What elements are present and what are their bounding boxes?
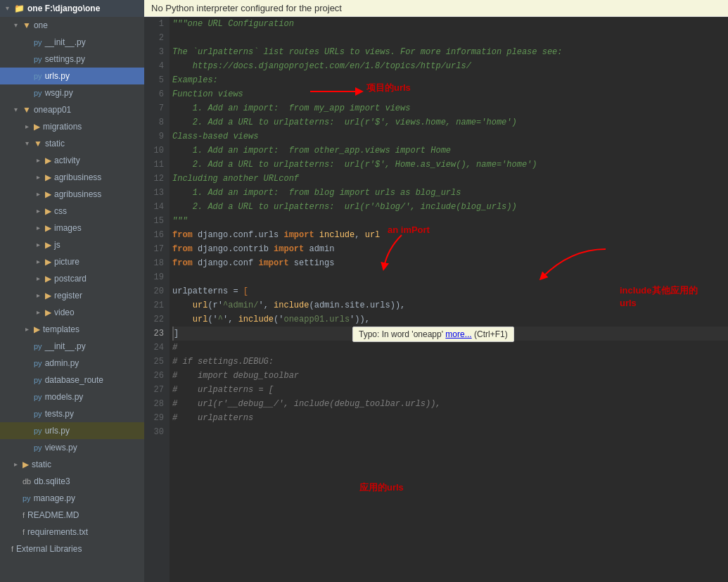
sidebar-item-static2[interactable]: ▶ static [0,456,144,473]
line-numbers: 1234567891011121314151617181920212223242… [144,17,170,582]
code-line-8: 2. Add a URL to urlpatterns: url(r'$', v… [172,115,728,129]
folder-icon: ▶ [45,187,51,201]
sidebar-label: js [54,238,60,252]
arrow-icon [37,187,45,201]
sidebar-item-oneapp01[interactable]: ▼ oneapp01 [0,101,144,118]
code-line-15: """ [172,214,728,228]
sidebar-item-settings_py[interactable]: pysettings.py [0,51,144,68]
sidebar-label: video [54,305,75,320]
line-num-23: 23 [150,327,164,341]
sidebar-item-urls_py_app[interactable]: pyurls.py [0,422,144,439]
sidebar-item-migrations[interactable]: ▶ migrations [0,118,144,135]
ext-icon: f [11,542,13,556]
code-line-14: 2. Add a URL to urlpatterns: url(r'^blog… [172,200,728,214]
sidebar-item-db_sqlite3[interactable]: dbdb.sqlite3 [0,473,144,490]
arrow-icon [37,221,45,235]
line-num-12: 12 [150,172,164,186]
sidebar-label: database_route [45,373,103,387]
sidebar-label: wsgi.py [45,86,73,100]
line-num-26: 26 [150,369,164,383]
sidebar-item-postcard[interactable]: ▶ postcard [0,270,144,287]
code-line-7: 1. Add an import: from my_app import vie… [172,101,728,115]
sidebar-item-templates[interactable]: ▶ templates [0,321,144,338]
line-num-15: 15 [150,214,164,228]
line-num-3: 3 [150,45,164,59]
sidebar-label: README.MD [27,508,79,522]
root-label: one F:\django\one [27,1,100,15]
sidebar-item-ext_lib[interactable]: fExternal Libraries [0,540,144,557]
code-line-11: 2. Add a URL to urlpatterns: url(r'$', H… [172,158,728,172]
py-icon: py [34,373,42,387]
sidebar-item-tests_py[interactable]: pytests.py [0,405,144,422]
sidebar-label: static [32,457,51,472]
sidebar-item-static[interactable]: ▼ static [0,135,144,152]
code-line-16: from django.conf.urls import include, ur… [172,228,728,242]
sidebar-item-manage_py[interactable]: pymanage.py [0,490,144,507]
folder-icon: ▶ [45,289,51,303]
py-icon: py [34,407,42,421]
line-num-14: 14 [150,200,164,214]
arrow-icon [37,238,45,252]
sidebar-item-wsgi_py[interactable]: pywsgi.py [0,84,144,101]
code-line-27: # urlpatterns = [ [172,383,728,397]
sidebar-item-register[interactable]: ▶ register [0,287,144,304]
sidebar-item-picture[interactable]: ▶ picture [0,253,144,270]
typo-more-link[interactable]: more... [445,329,471,339]
code-editor[interactable]: 1234567891011121314151617181920212223242… [144,17,728,582]
sidebar-item-admin_py[interactable]: pyadmin.py [0,355,144,372]
sidebar-item-agribusiness2[interactable]: ▶ agribusiness [0,186,144,203]
root-arrow [6,1,14,15]
sidebar-item-css[interactable]: ▶ css [0,203,144,220]
line-num-9: 9 [150,129,164,144]
arrow-icon [25,120,34,134]
sidebar-item-requirements_txt[interactable]: frequirements.txt [0,524,144,540]
sidebar-item-views_py[interactable]: pyviews.py [0,439,144,456]
code-lines: """one URL ConfigurationThe `urlpatterns… [172,17,728,439]
sidebar-item-images[interactable]: ▶ images [0,220,144,236]
arrow-icon [14,103,23,117]
sidebar-label: views.py [45,441,77,455]
line-num-6: 6 [150,87,164,101]
sidebar-label: urls.py [45,69,70,83]
file-tree[interactable]: 📁 one F:\django\one ▼ onepy__init__.pypy… [0,0,144,582]
sidebar-item-js[interactable]: ▶ js [0,236,144,253]
py-icon: py [23,491,31,505]
sidebar-item-urls_py_top[interactable]: pyurls.py [0,68,144,84]
line-num-17: 17 [150,242,164,256]
sidebar-label: settings.py [45,52,85,66]
line-num-22: 22 [150,312,164,327]
sidebar-item-readme_md[interactable]: fREADME.MD [0,507,144,524]
sidebar-item-init_py2[interactable]: py__init__.py [0,338,144,355]
sidebar-item-video[interactable]: ▶ video [0,304,144,321]
annot-app-urls: 应用的urls [359,481,404,494]
warning-text: No Python interpreter configured for the… [151,3,342,13]
sidebar-label: tests.py [45,407,74,421]
folder-icon: ▶ [34,322,40,336]
root-folder[interactable]: 📁 one F:\django\one [0,0,144,17]
code-line-29: # urlpatterns [172,411,728,425]
sidebar-item-one[interactable]: ▼ one [0,17,144,34]
folder-icon: ▶ [23,457,29,472]
sidebar-item-init_py[interactable]: py__init__.py [0,34,144,51]
sidebar-label: __init__.py [45,35,86,49]
sidebar-label: agribusiness [54,170,101,184]
sidebar-label: External Libraries [16,542,82,556]
line-num-2: 2 [150,31,164,45]
sidebar-item-agribusiness1[interactable]: ▶ agribusiness [0,169,144,186]
arrow-project-urls [310,84,366,101]
line-num-18: 18 [150,256,164,270]
line-num-30: 30 [150,425,164,439]
sidebar-label: admin.py [45,356,79,370]
sidebar-item-database_route[interactable]: pydatabase_route [0,372,144,388]
typo-tooltip[interactable]: Typo: In word 'oneapp' more... (Ctrl+F1) [352,327,514,342]
sidebar-label: manage.py [34,491,75,505]
folder-icon: ▶ [45,221,51,235]
arrow-icon [14,457,23,472]
py-icon: py [34,35,42,49]
line-num-19: 19 [150,270,164,284]
code-content[interactable]: """one URL ConfigurationThe `urlpatterns… [170,17,728,582]
sidebar-item-activity[interactable]: ▶ activity [0,152,144,169]
code-line-6: Function views [172,87,728,101]
sidebar-item-models_py[interactable]: pymodels.py [0,388,144,405]
code-line-4: https://docs.djangoproject.com/en/1.8/to… [172,59,728,73]
